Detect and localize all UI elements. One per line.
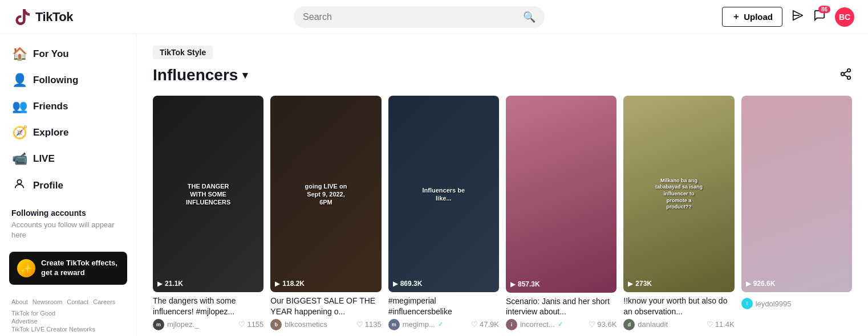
share-icon [839,68,852,80]
video-card-4[interactable]: ▶ 857.3K Scenario: Janis and her short i… [506,96,616,330]
sidebar-footer: About Newsroom Contact Careers TikTok fo… [0,292,136,336]
live-icon: 📹 [11,151,27,166]
search-input[interactable] [303,12,518,22]
collection-tag[interactable]: TikTok Style [153,46,213,59]
send-icon-button[interactable] [792,9,804,24]
advertise-link[interactable]: Advertise [11,318,125,325]
video-card-3[interactable]: Influencers be like... ▶ 869.3K #megimpe… [388,96,499,330]
video-likes-4: ♡ 93.6K [589,320,616,329]
play-count-5: ▶ 273K [628,280,652,288]
thumb-overlay-text-1: THE DANGER WITH SOME INFLUENCERS [181,179,236,208]
heart-icon-2: ♡ [356,320,363,329]
play-count-4: ▶ 857.3K [510,280,540,288]
play-icon-4: ▶ [510,280,516,288]
video-card-6[interactable]: ▶ 926.6K l leydol9995 [741,96,852,330]
play-icon: ▶ [157,280,163,288]
sidebar-item-explore[interactable]: 🧭 Explore [0,120,136,146]
sidebar-nav: 🏠 For You 👤 Following 👥 Friends 🧭 Explor… [0,41,136,199]
video-author-6: l leydol9995 [741,298,792,309]
create-effects-label: Create TikTok effects, get a reward [41,259,119,278]
following-accounts-subtitle: Accounts you follow will appear here [11,220,125,240]
collection-header: Influencers ▾ [153,66,852,84]
video-thumbnail-3: Influencers be like... ▶ 869.3K [388,96,499,292]
video-title-4: Scenario: Janis and her short interview … [506,296,616,317]
search-icon[interactable]: 🔍 [523,11,536,23]
send-icon [792,9,804,22]
effects-star-icon: ✨ [17,259,35,277]
sidebar-item-live[interactable]: 📹 LIVE [0,146,136,172]
author-avatar-2: b [270,319,282,330]
following-accounts-section: Following accounts Accounts you follow w… [0,199,136,245]
live-creator-link[interactable]: TikTok LIVE Creator Networks [11,326,125,333]
share-button[interactable] [839,68,852,83]
video-title-1: The dangers with some influencers! #mjlo… [153,296,263,316]
play-icon-2: ▶ [275,280,280,288]
following-accounts-title: Following accounts [11,208,125,218]
author-name-5: danlaudit [638,320,668,329]
sidebar-profile-label: Profile [33,180,63,191]
following-icon: 👤 [11,73,27,88]
video-title-2: Our BIGGEST SALE OF THE YEAR happening o… [270,296,381,316]
footer-link-about[interactable]: About [11,298,28,305]
video-meta-5: d danlaudit ♡ 11.4K [623,319,734,330]
thumb-overlay-text-3: Influencers be like... [416,183,471,204]
notification-button[interactable]: 86 [813,9,826,24]
video-card-2[interactable]: going LIVE on Sept 9, 2022, 6PM ▶ 118.2K… [270,96,381,330]
main-content: TikTok Style Influencers ▾ THE DANGER WI… [137,34,868,336]
thumb-overlay-text-5: Milkano ba ang tababayad sa isang influe… [651,175,707,213]
sidebar-item-profile[interactable]: Profile [0,172,136,199]
sidebar-friends-label: Friends [33,101,68,112]
heart-icon-3: ♡ [471,320,478,329]
tiktok-logo-icon [14,8,32,26]
collection-title-text: Influencers [153,66,238,84]
video-card-5[interactable]: Milkano ba ang tababayad sa isang influe… [623,96,734,330]
video-likes-3: ♡ 47.9K [471,320,499,329]
chevron-down-icon[interactable]: ▾ [242,69,248,81]
tiktok-for-good-link[interactable]: TikTok for Good [11,310,125,317]
video-meta-4: i incorrect... ✓ ♡ 93.6K [506,319,616,330]
search-bar: 🔍 [294,6,545,28]
user-avatar-button[interactable]: BC [835,7,854,27]
video-likes-5: ♡ 11.4K [707,320,735,329]
play-icon-5: ▶ [628,280,633,288]
upload-label: Upload [744,12,773,22]
svg-line-6 [844,75,847,77]
verified-icon-3: ✓ [438,321,443,328]
svg-point-4 [841,72,845,76]
author-name-4: incorrect... [520,320,555,329]
sidebar-following-label: Following [33,75,78,86]
author-name-2: blkcosmetics [285,320,327,329]
video-title-3: #megimperial #influencersbelike [388,296,499,316]
video-author-5: d danlaudit [623,319,668,330]
video-title-5: !!know your worth but also do an observa… [623,296,734,316]
collection-title: Influencers ▾ [153,66,248,84]
svg-line-7 [844,71,847,73]
video-card-1[interactable]: THE DANGER WITH SOME INFLUENCERS ▶ 21.1K… [153,96,263,330]
footer-link-contact[interactable]: Contact [67,298,88,305]
sidebar-explore-label: Explore [33,127,68,138]
profile-icon [11,178,27,194]
play-count-2: ▶ 118.2K [275,280,305,288]
sidebar-item-for-you[interactable]: 🏠 For You [0,41,136,67]
heart-icon-5: ♡ [707,320,713,329]
explore-icon: 🧭 [11,125,27,140]
create-effects-button[interactable]: ✨ Create TikTok effects, get a reward [9,252,127,285]
tiktok-footer-links: TikTok for Good Advertise TikTok LIVE Cr… [11,310,125,333]
video-likes-2: ♡ 1135 [356,320,382,329]
video-meta-6: l leydol9995 [741,298,852,309]
header-right: ＋ Upload 86 BC [722,7,854,27]
footer-link-newsroom[interactable]: Newsroom [33,298,63,305]
footer-link-careers[interactable]: Careers [93,298,115,305]
sidebar: 🏠 For You 👤 Following 👥 Friends 🧭 Explor… [0,34,137,336]
author-avatar-1: m [153,319,164,330]
upload-button[interactable]: ＋ Upload [722,7,782,27]
friends-icon: 👥 [11,99,27,114]
sidebar-item-friends[interactable]: 👥 Friends [0,93,136,120]
logo[interactable]: TikTok [14,8,116,26]
author-name-1: mjlopez._ [167,320,199,329]
heart-icon-1: ♡ [238,320,245,329]
video-meta-1: m mjlopez._ ♡ 1155 [153,319,263,330]
video-meta-3: m megimp... ✓ ♡ 47.9K [388,319,499,330]
video-author-2: b blkcosmetics [270,319,327,330]
sidebar-item-following[interactable]: 👤 Following [0,67,136,93]
